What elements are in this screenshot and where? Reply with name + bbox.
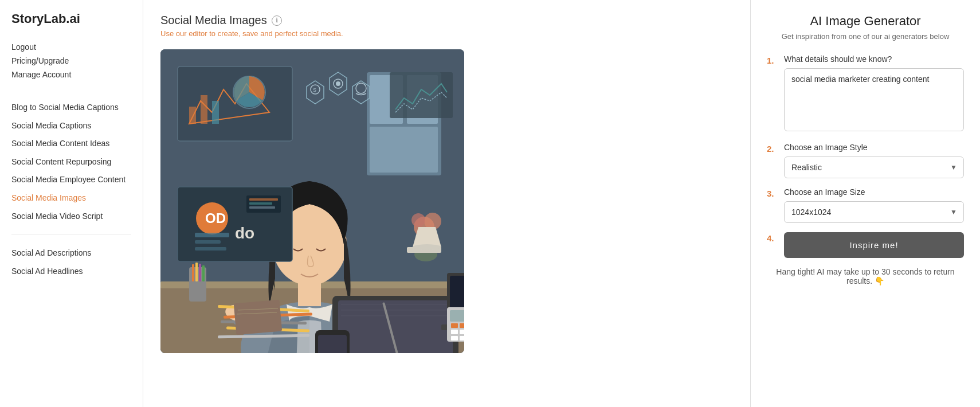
sidebar: StoryLab.ai Logout Pricing/Upgrade Manag…: [0, 0, 143, 407]
step-1-row: 1. What details should we know? social m…: [767, 54, 964, 134]
step-2-content: Choose an Image Style Realistic Cartoon …: [784, 143, 964, 178]
step-1-number: 1.: [767, 54, 778, 65]
step-3-content: Choose an Image Size 1024x1024 512x512 2…: [784, 187, 964, 223]
sidebar-item-social-captions[interactable]: Social Media Captions: [11, 117, 131, 135]
svg-rect-61: [195, 263, 198, 281]
svg-point-27: [413, 244, 441, 250]
sidebar-item-blog-to-social[interactable]: Blog to Social Media Captions: [11, 99, 131, 117]
page-title: Social Media Images: [160, 14, 267, 27]
image-preview: S: [160, 49, 464, 353]
step-2-row: 2. Choose an Image Style Realistic Carto…: [767, 143, 964, 178]
svg-text:S: S: [313, 87, 316, 93]
details-textarea[interactable]: social media marketer creating content: [784, 68, 964, 131]
sidebar-divider: [11, 234, 131, 235]
svg-rect-63: [202, 265, 205, 281]
sidebar-item-pricing[interactable]: Pricing/Upgrade: [11, 54, 131, 68]
right-panel: AI Image Generator Get inspiration from …: [751, 0, 980, 407]
preview-svg: S: [160, 49, 464, 353]
image-size-select[interactable]: 1024x1024 512x512 256x256 1024x512 512x1…: [784, 201, 964, 223]
sidebar-item-employee-content[interactable]: Social Media Employee Content: [11, 171, 131, 189]
svg-rect-48: [460, 323, 464, 328]
page-title-row: Social Media Images ℹ: [160, 14, 733, 27]
step-3-label: Choose an Image Size: [784, 187, 964, 197]
svg-rect-71: [234, 300, 282, 335]
step-4-row: 4. Inspire me!: [767, 232, 964, 258]
svg-rect-84: [249, 206, 275, 209]
sidebar-item-ad-descriptions[interactable]: Social Ad Descriptions: [11, 244, 131, 263]
svg-rect-8: [201, 95, 207, 124]
svg-text:OD: OD: [205, 210, 226, 226]
wait-message-text: Hang tight! AI may take up to 30 seconds…: [776, 267, 954, 285]
svg-rect-33: [298, 283, 321, 306]
step-1-content: What details should we know? social medi…: [784, 54, 964, 134]
svg-rect-78: [195, 233, 229, 237]
step-3-row: 3. Choose an Image Size 1024x1024 512x51…: [767, 187, 964, 223]
center-panel: Social Media Images ℹ Use our editor to …: [143, 0, 751, 407]
svg-rect-52: [451, 330, 458, 334]
step-2-number: 2.: [767, 143, 778, 154]
svg-rect-57: [451, 336, 458, 341]
page-subtitle: Use our editor to create, save and perfe…: [160, 29, 733, 38]
right-panel-title: AI Image Generator: [767, 14, 964, 29]
step-4-content: Inspire me!: [784, 232, 964, 258]
sidebar-item-logout[interactable]: Logout: [11, 40, 131, 54]
brand-logo: StoryLab.ai: [0, 11, 143, 40]
step-2-label: Choose an Image Style: [784, 143, 964, 152]
sidebar-top-links: Logout Pricing/Upgrade Manage Account: [0, 40, 143, 81]
sidebar-item-video-script[interactable]: Social Media Video Script: [11, 208, 131, 226]
svg-rect-19: [390, 72, 453, 118]
svg-rect-58: [460, 336, 464, 341]
sidebar-item-content-repurposing[interactable]: Social Content Repurposing: [11, 153, 131, 171]
step-1-label: What details should we know?: [784, 54, 964, 64]
svg-rect-60: [192, 264, 194, 281]
svg-rect-7: [189, 107, 196, 124]
step-3-number: 3.: [767, 187, 778, 198]
wait-message: Hang tight! AI may take up to 30 seconds…: [767, 267, 964, 285]
image-style-wrapper: Realistic Cartoon Abstract Sketch Oil Pa…: [784, 156, 964, 178]
svg-rect-62: [199, 264, 201, 281]
sidebar-item-social-images[interactable]: Social Media Images: [11, 189, 131, 208]
image-style-select[interactable]: Realistic Cartoon Abstract Sketch Oil Pa…: [784, 156, 964, 178]
sidebar-item-ad-headlines[interactable]: Social Ad Headlines: [11, 263, 131, 281]
svg-rect-9: [212, 101, 219, 124]
svg-rect-53: [460, 330, 464, 334]
svg-rect-46: [450, 310, 464, 322]
inspire-button[interactable]: Inspire me!: [784, 232, 964, 258]
svg-rect-80: [195, 247, 226, 251]
image-size-wrapper: 1024x1024 512x512 256x256 1024x512 512x1…: [784, 201, 964, 223]
svg-rect-4: [370, 127, 438, 173]
right-panel-subtitle: Get inspiration from one of our ai gener…: [767, 32, 964, 41]
svg-point-15: [336, 81, 340, 86]
sidebar-item-manage-account[interactable]: Manage Account: [11, 68, 131, 81]
svg-rect-83: [249, 202, 272, 205]
svg-rect-70: [318, 335, 347, 353]
svg-rect-79: [195, 240, 221, 244]
sidebar-nav: Blog to Social Media Captions Social Med…: [0, 99, 143, 280]
svg-rect-82: [249, 198, 278, 201]
main-content: Social Media Images ℹ Use our editor to …: [143, 0, 980, 407]
info-icon[interactable]: ℹ: [272, 15, 282, 26]
step-4-number: 4.: [767, 232, 778, 243]
svg-text:do: do: [235, 224, 254, 242]
svg-point-22: [411, 213, 425, 227]
sidebar-item-content-ideas[interactable]: Social Media Content Ideas: [11, 135, 131, 153]
svg-rect-47: [451, 323, 458, 328]
wait-message-emoji: 👇: [875, 276, 884, 285]
